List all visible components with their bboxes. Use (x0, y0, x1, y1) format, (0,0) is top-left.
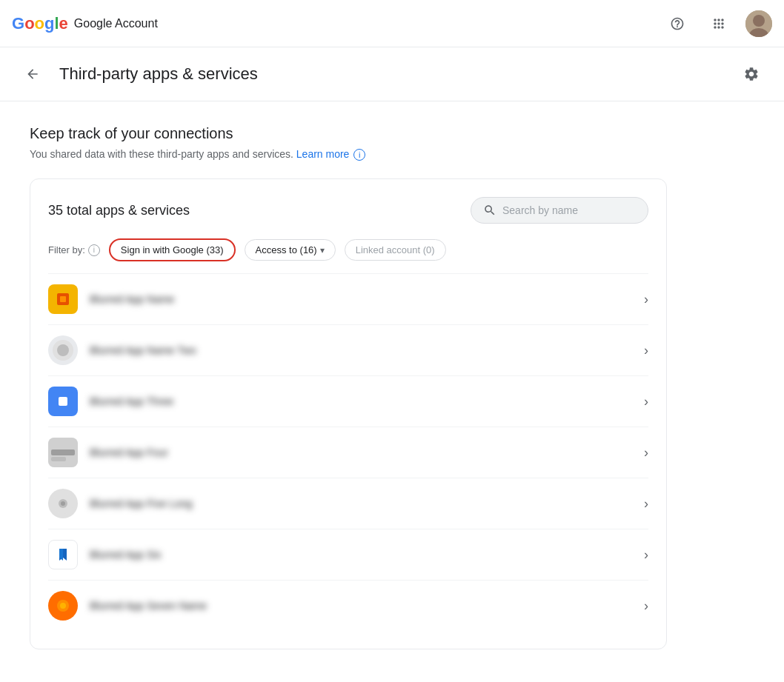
filter-label: Filter by: i (48, 244, 100, 256)
card-header: 35 total apps & services (48, 197, 648, 224)
search-box[interactable] (471, 197, 648, 224)
section-heading: Keep track of your connections (30, 125, 754, 142)
svg-point-19 (60, 603, 66, 609)
apps-button[interactable] (704, 9, 734, 39)
settings-gear-icon (743, 66, 760, 82)
back-arrow-icon (25, 67, 40, 81)
chevron-right-icon: › (644, 343, 648, 358)
logo-o-red: o (24, 14, 34, 33)
svg-point-15 (61, 501, 65, 506)
filter-access-to[interactable]: Access to (16) ▾ (245, 239, 336, 261)
app-name: Blurred App Five Long (90, 498, 632, 509)
filter-label-text: Filter by: (48, 244, 85, 255)
nav-actions (662, 9, 772, 39)
chevron-right-icon: › (644, 547, 648, 563)
apps-grid-icon (711, 16, 726, 31)
app-icon-image (53, 289, 73, 310)
svg-point-1 (753, 15, 765, 27)
app-icon (48, 489, 78, 518)
app-icon-image (48, 438, 78, 467)
logo-area: G o o g l e Google Account (12, 14, 158, 33)
app-list-item[interactable]: Blurred App Six › (48, 529, 648, 580)
chevron-right-icon: › (644, 292, 648, 307)
chevron-right-icon: › (644, 394, 648, 409)
page-header-left: Third-party apps & services (18, 59, 258, 89)
app-name: Blurred App Name Two (90, 344, 632, 356)
section-desc: You shared data with these third-party a… (30, 148, 754, 161)
app-icon-image (53, 493, 73, 514)
chevron-down-icon: ▾ (320, 245, 325, 255)
page-header: Third-party apps & services (0, 47, 784, 101)
app-list-item[interactable]: Blurred App Four › (48, 427, 648, 478)
app-name: Blurred App Six (90, 549, 632, 561)
search-input[interactable] (502, 204, 636, 216)
app-icon-image (53, 340, 73, 361)
app-icon-image (53, 544, 73, 565)
app-icon (48, 284, 78, 314)
apps-card: 35 total apps & services Filter by: i Si… (30, 178, 667, 649)
search-icon (483, 204, 496, 217)
filter-row: Filter by: i Sign in with Google (33) Ac… (48, 238, 648, 261)
top-nav: G o o g l e Google Account (0, 0, 784, 47)
page-title: Third-party apps & services (59, 64, 258, 84)
filter-sign-in-google-label: Sign in with Google (33) (121, 244, 224, 255)
svg-point-7 (57, 344, 69, 356)
app-name: Blurred App Seven Name (90, 600, 632, 612)
main-content: Keep track of your connections You share… (0, 101, 784, 673)
svg-rect-11 (51, 449, 75, 455)
google-logo: G o o g l e Google Account (12, 14, 158, 33)
app-icon (48, 438, 78, 467)
filter-sign-in-google[interactable]: Sign in with Google (33) (109, 238, 236, 261)
help-button[interactable] (662, 9, 692, 39)
user-avatar[interactable] (745, 10, 772, 37)
app-name: Blurred App Three (90, 395, 632, 407)
learn-more-info-icon[interactable]: i (353, 149, 365, 161)
app-list: Blurred App Name › Blurred App Name Two … (48, 273, 648, 631)
app-name: Blurred App Name (90, 293, 632, 305)
settings-button[interactable] (737, 59, 766, 89)
app-list-item[interactable]: Blurred App Three › (48, 375, 648, 427)
logo-o-yellow: o (35, 14, 44, 33)
app-name: Blurred App Four (90, 447, 632, 458)
chevron-right-icon: › (644, 598, 648, 614)
filter-linked-account-label: Linked account (0) (356, 244, 435, 255)
svg-rect-9 (59, 397, 67, 406)
learn-more-link[interactable]: Learn more (296, 148, 352, 160)
logo-g-blue: G (12, 14, 24, 33)
app-icon (48, 335, 78, 365)
app-list-item[interactable]: Blurred App Name › (48, 273, 648, 324)
apps-count-label: 35 total apps & services (48, 203, 190, 218)
svg-rect-5 (60, 296, 66, 302)
back-button[interactable] (18, 59, 47, 89)
filter-linked-account: Linked account (0) (345, 239, 446, 261)
chevron-right-icon: › (644, 496, 648, 512)
app-icon-image (53, 391, 73, 412)
app-list-item[interactable]: Blurred App Five Long › (48, 478, 648, 529)
avatar-image (745, 10, 772, 37)
logo-e-red: e (59, 14, 68, 33)
learn-more-text: Learn more (296, 148, 350, 160)
app-icon-image (53, 595, 73, 616)
app-icon (48, 540, 78, 569)
svg-rect-12 (51, 457, 66, 461)
section-desc-text: You shared data with these third-party a… (30, 148, 293, 160)
app-icon (48, 591, 78, 621)
app-list-item[interactable]: Blurred App Seven Name › (48, 580, 648, 631)
google-wordmark: G o o g l e (12, 14, 68, 33)
chevron-right-icon: › (644, 445, 648, 461)
app-icon (48, 387, 78, 416)
help-icon (670, 16, 685, 31)
logo-g-blue2: g (44, 14, 54, 33)
app-list-item[interactable]: Blurred App Name Two › (48, 324, 648, 375)
google-account-label: Google Account (74, 17, 158, 30)
filter-info-icon[interactable]: i (88, 244, 100, 256)
filter-access-to-label: Access to (16) (256, 244, 317, 255)
